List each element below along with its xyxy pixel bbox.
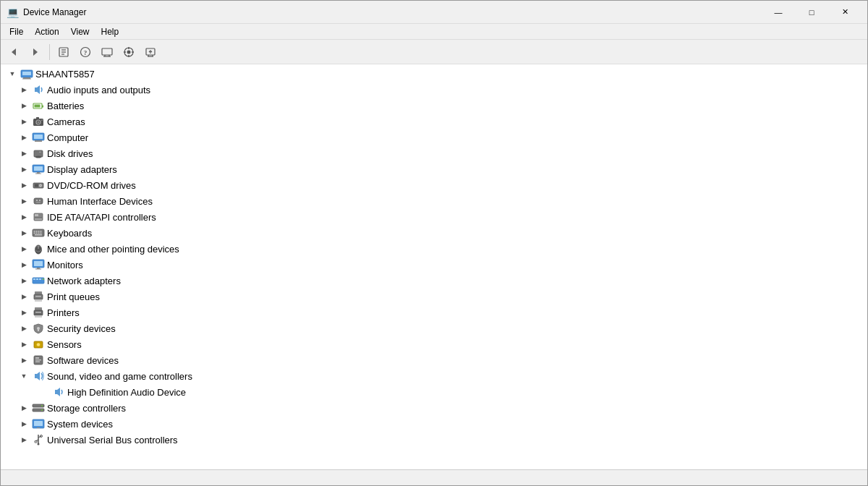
- svg-rect-43: [34, 166, 43, 171]
- expand-mice[interactable]: ▶: [18, 243, 30, 255]
- batteries-label: Batteries: [47, 101, 84, 111]
- sensors-label: Sensors: [47, 339, 82, 350]
- network-label: Network adapters: [47, 276, 121, 286]
- expand-keyboards[interactable]: ▶: [18, 227, 30, 239]
- forward-button[interactable]: [25, 43, 46, 61]
- storage-label: Storage controllers: [47, 403, 126, 414]
- properties-button[interactable]: [54, 43, 74, 61]
- print-queues-label: Print queues: [47, 291, 100, 302]
- minimize-button[interactable]: —: [762, 1, 795, 24]
- expand-sound[interactable]: ▼: [18, 370, 30, 382]
- tree-item-monitors[interactable]: ▶ Monitors: [1, 257, 867, 273]
- tree-root[interactable]: ▼ SHAANT5857: [1, 66, 867, 82]
- svg-point-92: [37, 343, 41, 346]
- device-manager-button[interactable]: [97, 43, 117, 61]
- tree-item-system[interactable]: ▶ System devices: [1, 416, 867, 432]
- tree-item-print-queues[interactable]: ▶ Print queues: [1, 289, 867, 304]
- printers-icon: [32, 306, 45, 319]
- expand-storage[interactable]: ▶: [18, 402, 30, 414]
- toolbar: ?: [1, 40, 867, 64]
- tree-item-batteries[interactable]: ▶ Batteries: [1, 98, 867, 114]
- expand-usb[interactable]: ▶: [18, 434, 30, 446]
- expand-computer[interactable]: ▶: [18, 132, 30, 143]
- tree-item-storage[interactable]: ▶ Storage controllers: [1, 400, 867, 416]
- system-icon: [32, 417, 45, 430]
- tree-item-security[interactable]: ▶ Security devices: [1, 320, 867, 336]
- svg-point-101: [41, 405, 43, 406]
- expand-network[interactable]: ▶: [18, 275, 30, 286]
- dvd-icon: [32, 179, 45, 192]
- expand-audio[interactable]: ▶: [18, 84, 30, 95]
- expand-root[interactable]: ▼: [7, 68, 18, 80]
- tree-item-keyboards[interactable]: ▶ Keyboards: [1, 225, 867, 241]
- tree-item-sound[interactable]: ▼ Sound, video and game controllers: [1, 368, 867, 384]
- svg-rect-83: [35, 296, 41, 297]
- svg-point-51: [36, 200, 38, 201]
- sound-icon: [32, 370, 45, 383]
- svg-rect-57: [35, 218, 42, 220]
- toolbar-separator-1: [49, 44, 50, 60]
- expand-security[interactable]: ▶: [18, 323, 30, 334]
- svg-rect-72: [34, 261, 43, 266]
- svg-rect-87: [35, 312, 41, 313]
- expand-software[interactable]: ▶: [18, 354, 30, 366]
- tree-item-display[interactable]: ▶ Display adapters: [1, 161, 867, 177]
- keyboard-icon: [32, 226, 45, 239]
- tree-item-hid[interactable]: ▶ Human Interface Devices: [1, 193, 867, 209]
- tree-item-hd-audio[interactable]: ▶ High Definition Audio Device: [1, 384, 867, 400]
- root-icon: [20, 67, 33, 80]
- camera-icon: [32, 115, 45, 128]
- svg-rect-90: [38, 329, 39, 331]
- title-bar-controls: — □ ✕: [762, 1, 861, 24]
- svg-marker-1: [33, 48, 38, 56]
- tree-item-sensors[interactable]: ▶ Sensors: [1, 336, 867, 352]
- expand-dvd[interactable]: ▶: [18, 179, 30, 191]
- tree-item-mice[interactable]: ▶ Mice and other pointing devices: [1, 241, 867, 257]
- expand-disk[interactable]: ▶: [18, 148, 30, 159]
- tree-item-disk[interactable]: ▶ Disk drives: [1, 145, 867, 161]
- tree-item-computer[interactable]: ▶ Computer: [1, 129, 867, 145]
- hd-audio-label: High Definition Audio Device: [67, 387, 186, 398]
- expand-printers[interactable]: ▶: [18, 307, 30, 318]
- expand-ide[interactable]: ▶: [18, 211, 30, 223]
- tree-item-cameras[interactable]: ▶ Cameras: [1, 114, 867, 129]
- expand-system[interactable]: ▶: [18, 418, 30, 430]
- tree-item-ide[interactable]: ▶ IDE ATA/ATAPI controllers: [1, 209, 867, 225]
- tree-item-network[interactable]: ▶ Network adapters: [1, 273, 867, 289]
- menu-view[interactable]: View: [65, 25, 95, 38]
- help-button[interactable]: ?: [75, 43, 95, 61]
- tree-item-audio[interactable]: ▶ Audio inputs and outputs: [1, 82, 867, 98]
- svg-rect-63: [34, 233, 35, 234]
- disk-label: Disk drives: [47, 148, 93, 159]
- hid-label: Human Interface Devices: [47, 196, 153, 207]
- update-driver-button[interactable]: [119, 43, 139, 61]
- tree-item-printers[interactable]: ▶ Printers: [1, 304, 867, 320]
- tree-item-dvd[interactable]: ▶ DVD/CD-ROM drives: [1, 177, 867, 193]
- menu-file[interactable]: File: [4, 25, 29, 38]
- expand-hid[interactable]: ▶: [18, 195, 30, 207]
- network-icon: [32, 274, 45, 287]
- back-button[interactable]: [4, 43, 24, 61]
- menu-action[interactable]: Action: [29, 25, 64, 38]
- svg-rect-105: [37, 427, 40, 428]
- sound-label: Sound, video and game controllers: [47, 371, 192, 382]
- tree-item-software[interactable]: ▶ Software devices: [1, 352, 867, 368]
- expand-display[interactable]: ▶: [18, 163, 30, 175]
- menu-help[interactable]: Help: [95, 25, 125, 38]
- expand-cameras[interactable]: ▶: [18, 116, 30, 127]
- expand-monitors[interactable]: ▶: [18, 259, 30, 270]
- maximize-button[interactable]: □: [795, 1, 828, 24]
- hd-audio-icon: [52, 385, 65, 398]
- software-label: Software devices: [47, 355, 119, 366]
- audio-label: Audio inputs and outputs: [47, 85, 150, 95]
- expand-sensors[interactable]: ▶: [18, 338, 30, 350]
- expand-print-queues[interactable]: ▶: [18, 291, 30, 302]
- dvd-label: DVD/CD-ROM drives: [47, 180, 136, 191]
- disk-icon: [32, 147, 45, 160]
- hid-icon: [32, 195, 45, 208]
- expand-batteries[interactable]: ▶: [18, 100, 30, 111]
- close-button[interactable]: ✕: [828, 1, 861, 24]
- tree-item-usb[interactable]: ▶ Universal Serial Bus controllers: [1, 432, 867, 448]
- scan-hardware-button[interactable]: [140, 43, 161, 61]
- svg-rect-53: [36, 202, 41, 203]
